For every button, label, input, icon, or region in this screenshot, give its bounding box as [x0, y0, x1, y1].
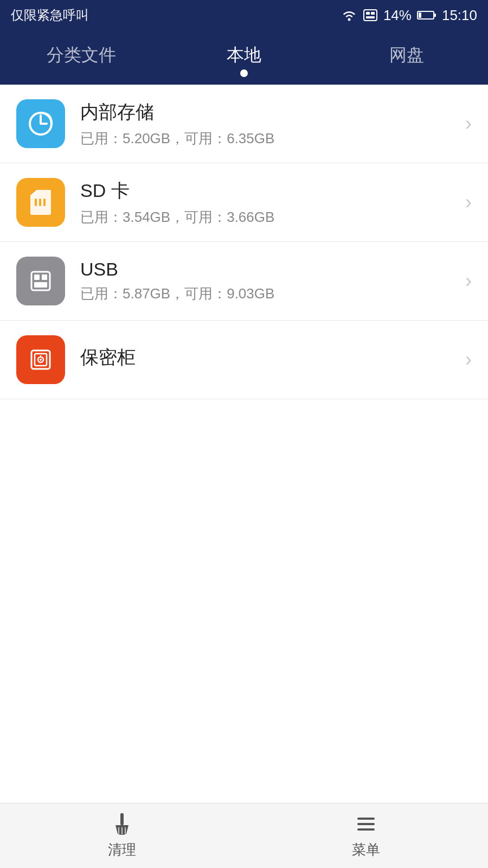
- usb-icon: [16, 257, 65, 305]
- usb-text: USB 已用：5.87GB，可用：9.03GB: [80, 259, 465, 303]
- vault-text: 保密柜: [80, 345, 465, 374]
- menu-label: 菜单: [352, 840, 380, 859]
- svg-rect-15: [34, 282, 47, 288]
- svg-rect-9: [35, 199, 37, 206]
- sd-card-title: SD 卡: [80, 178, 465, 203]
- internal-storage-text: 内部存储 已用：5.20GB，可用：6.35GB: [80, 100, 465, 148]
- menu-icon: [354, 812, 378, 836]
- svg-rect-1: [364, 10, 377, 21]
- tab-classify[interactable]: 分类文件: [0, 33, 163, 82]
- svg-rect-2: [366, 12, 370, 15]
- svg-point-0: [348, 18, 350, 21]
- content-area: 内部存储 已用：5.20GB，可用：6.35GB › SD 卡 已用：3.54G…: [0, 85, 488, 803]
- bottom-nav-clean[interactable]: 清理: [0, 803, 244, 868]
- usb-chevron: ›: [465, 270, 472, 292]
- broom-icon: [110, 812, 134, 836]
- vault-chevron: ›: [465, 348, 472, 371]
- tab-local-label: 本地: [227, 45, 261, 65]
- svg-rect-10: [39, 199, 41, 206]
- internal-storage-icon: [16, 99, 65, 148]
- status-bar: 仅限紧急呼叫 14%: [0, 0, 488, 30]
- clean-label: 清理: [108, 840, 136, 859]
- svg-point-19: [40, 359, 42, 361]
- internal-storage-chevron: ›: [465, 112, 472, 135]
- sim-icon: [363, 9, 378, 22]
- sd-card-text: SD 卡 已用：3.54GB，可用：3.66GB: [80, 178, 465, 227]
- usb-subtitle: 已用：5.87GB，可用：9.03GB: [80, 284, 465, 303]
- sd-card-subtitle: 已用：3.54GB，可用：3.66GB: [80, 208, 465, 227]
- svg-rect-7: [434, 14, 436, 17]
- bottom-nav-menu[interactable]: 菜单: [244, 803, 488, 868]
- sd-card-chevron: ›: [465, 191, 472, 214]
- sd-card-item[interactable]: SD 卡 已用：3.54GB，可用：3.66GB ›: [0, 163, 488, 242]
- battery-icon: [417, 10, 436, 21]
- tab-cloud[interactable]: 网盘: [325, 33, 488, 82]
- wifi-icon: [341, 9, 357, 21]
- time-display: 15:10: [442, 7, 477, 24]
- usb-item[interactable]: USB 已用：5.87GB，可用：9.03GB ›: [0, 242, 488, 321]
- vault-title: 保密柜: [80, 345, 465, 370]
- internal-storage-subtitle: 已用：5.20GB，可用：6.35GB: [80, 129, 465, 148]
- bottom-nav: 清理 菜单: [0, 803, 488, 868]
- vault-item[interactable]: 保密柜 ›: [0, 321, 488, 399]
- svg-rect-11: [43, 199, 46, 206]
- tab-cloud-label: 网盘: [389, 45, 424, 65]
- svg-rect-6: [419, 12, 421, 18]
- svg-rect-14: [42, 275, 47, 280]
- svg-rect-3: [371, 12, 375, 15]
- tab-classify-label: 分类文件: [47, 45, 116, 65]
- svg-rect-4: [366, 16, 375, 18]
- svg-rect-21: [120, 813, 124, 825]
- vault-icon: [16, 335, 65, 384]
- svg-rect-13: [34, 275, 40, 280]
- usb-title: USB: [80, 259, 465, 280]
- emergency-text: 仅限紧急呼叫: [11, 7, 89, 24]
- internal-storage-title: 内部存储: [80, 100, 465, 125]
- status-indicators: 14% 15:10: [341, 7, 477, 24]
- tab-local[interactable]: 本地: [163, 33, 325, 82]
- battery-percent: 14%: [383, 7, 412, 24]
- sd-card-icon: [16, 178, 65, 227]
- tab-bar: 分类文件 本地 网盘: [0, 30, 488, 85]
- internal-storage-item[interactable]: 内部存储 已用：5.20GB，可用：6.35GB ›: [0, 85, 488, 163]
